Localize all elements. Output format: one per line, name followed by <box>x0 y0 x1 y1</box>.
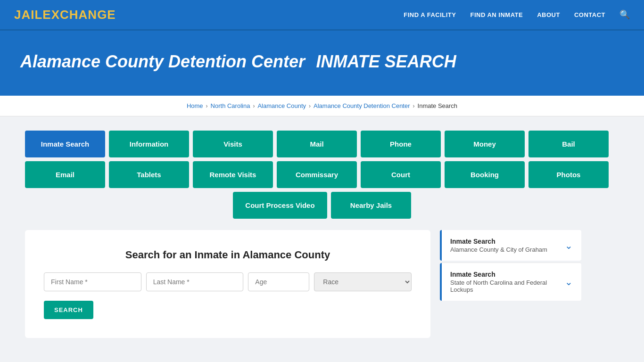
nav-contact[interactable]: CONTACT <box>574 11 605 18</box>
nav-links: FIND A FACILITY FIND AN INMATE ABOUT CON… <box>404 9 630 20</box>
sidebar-card-local-title: Inmate Search <box>450 238 547 245</box>
btn-mail[interactable]: Mail <box>277 131 357 157</box>
sidebar-card-state: Inmate Search State of North Carolina an… <box>440 263 581 301</box>
btn-phone[interactable]: Phone <box>361 131 441 157</box>
breadcrumb-nc[interactable]: North Carolina <box>211 102 250 109</box>
btn-bail[interactable]: Bail <box>528 131 609 157</box>
category-buttons: Inmate Search Information Visits Mail Ph… <box>25 131 619 219</box>
sidebar-card-state-subtitle: State of North Carolina and Federal Lock… <box>450 279 565 293</box>
btn-nearby-jails[interactable]: Nearby Jails <box>331 192 411 219</box>
search-icon[interactable]: 🔍 <box>619 9 630 20</box>
btn-commissary[interactable]: Commissary <box>277 161 357 188</box>
sidebar: Inmate Search Alamance County & City of … <box>440 230 581 303</box>
nav-find-facility[interactable]: FIND A FACILITY <box>404 11 456 18</box>
btn-visits[interactable]: Visits <box>193 131 273 157</box>
logo-jail: JAIL <box>14 8 42 22</box>
btn-money[interactable]: Money <box>445 131 525 157</box>
race-select[interactable]: Race White Black Hispanic Asian Other <box>314 272 412 291</box>
breadcrumb-sep-3: › <box>309 103 311 109</box>
sidebar-card-local-subtitle: Alamance County & City of Graham <box>450 246 547 253</box>
age-input[interactable] <box>248 272 309 291</box>
hero-section: Alamance County Detention Center INMATE … <box>0 31 644 96</box>
btn-court[interactable]: Court <box>361 161 441 188</box>
btn-remote-visits[interactable]: Remote Visits <box>193 161 273 188</box>
nav-about[interactable]: ABOUT <box>537 11 560 18</box>
btn-booking[interactable]: Booking <box>445 161 525 188</box>
page-title: Alamance County Detention Center INMATE … <box>20 49 624 72</box>
search-form: Race White Black Hispanic Asian Other <box>44 272 412 291</box>
breadcrumb-sep-2: › <box>253 103 255 109</box>
sidebar-card-state-title: Inmate Search <box>450 271 565 278</box>
logo-exchange: EXCHANGE <box>42 8 116 22</box>
sidebar-card-local-header[interactable]: Inmate Search Alamance County & City of … <box>442 230 581 261</box>
btn-court-process-video[interactable]: Court Process Video <box>233 192 327 219</box>
search-button[interactable]: SEARCH <box>44 301 93 319</box>
btn-tablets[interactable]: Tablets <box>109 161 189 188</box>
last-name-input[interactable] <box>146 272 244 291</box>
sidebar-card-local-text: Inmate Search Alamance County & City of … <box>450 238 547 253</box>
search-panel-title: Search for an Inmate in Alamance County <box>44 249 412 261</box>
breadcrumb: Home › North Carolina › Alamance County … <box>0 96 644 116</box>
breadcrumb-sep-1: › <box>206 103 208 109</box>
content-area: Search for an Inmate in Alamance County … <box>25 230 619 338</box>
breadcrumb-facility[interactable]: Alamance County Detention Center <box>314 102 410 109</box>
search-panel: Search for an Inmate in Alamance County … <box>25 230 430 338</box>
nav-find-inmate[interactable]: FIND AN INMATE <box>470 11 523 18</box>
breadcrumb-sep-4: › <box>413 103 415 109</box>
btn-email[interactable]: Email <box>25 161 105 188</box>
chevron-down-icon-2: ⌄ <box>565 276 573 288</box>
main-content: Inmate Search Information Visits Mail Ph… <box>16 116 628 352</box>
breadcrumb-home[interactable]: Home <box>187 102 203 109</box>
first-name-input[interactable] <box>44 272 141 291</box>
btn-information[interactable]: Information <box>109 131 189 157</box>
breadcrumb-alamance[interactable]: Alamance County <box>257 102 306 109</box>
site-logo[interactable]: JAILEXCHANGE <box>14 8 116 22</box>
chevron-down-icon: ⌄ <box>565 240 573 251</box>
breadcrumb-inmate-search: Inmate Search <box>418 102 458 109</box>
navigation: JAILEXCHANGE FIND A FACILITY FIND AN INM… <box>0 0 644 31</box>
sidebar-card-local: Inmate Search Alamance County & City of … <box>440 230 581 261</box>
sidebar-card-state-header[interactable]: Inmate Search State of North Carolina an… <box>442 263 581 301</box>
sidebar-card-state-text: Inmate Search State of North Carolina an… <box>450 271 565 293</box>
btn-inmate-search[interactable]: Inmate Search <box>25 131 105 157</box>
btn-photos[interactable]: Photos <box>528 161 609 188</box>
